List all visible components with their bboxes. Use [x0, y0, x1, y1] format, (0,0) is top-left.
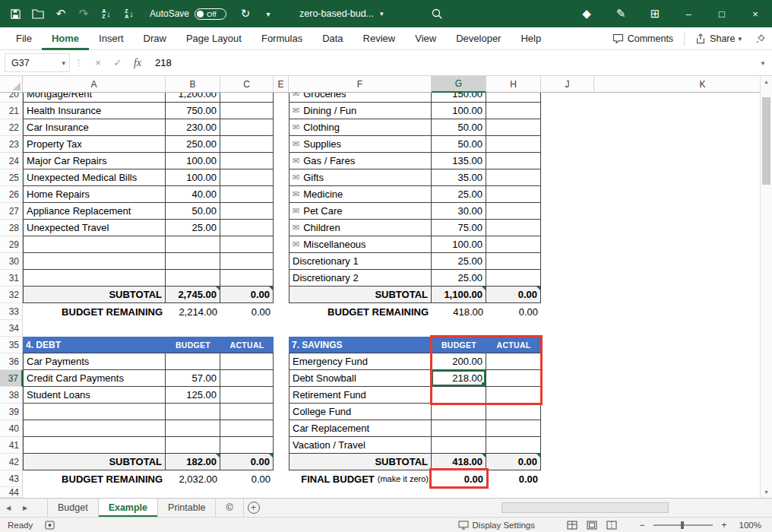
ribbon-tab-insert[interactable]: Insert	[89, 27, 134, 50]
row-header-35[interactable]: 35	[0, 337, 23, 353]
cell-A23[interactable]: Property Tax	[23, 136, 166, 153]
row-header-37[interactable]: 37	[0, 370, 23, 387]
cell-K31[interactable]	[594, 270, 760, 287]
cell-F32[interactable]: SUBTOTAL	[289, 287, 432, 303]
cell-H23[interactable]	[486, 136, 541, 153]
cell-F42[interactable]: SUBTOTAL	[289, 454, 432, 470]
row-header-44[interactable]: 44	[0, 487, 23, 498]
horizontal-scrollbar-thumb[interactable]	[501, 502, 669, 513]
cell-C42[interactable]: 0.00	[220, 454, 274, 470]
cell-J35[interactable]	[541, 337, 594, 353]
cell-K27[interactable]	[594, 203, 760, 220]
row-header-26[interactable]: 26	[0, 186, 23, 203]
cell-B34[interactable]	[166, 320, 220, 337]
cell-E39[interactable]	[274, 404, 289, 420]
zoom-slider[interactable]	[653, 524, 713, 526]
cell-A44[interactable]	[23, 487, 166, 498]
quick-access-chevron-icon[interactable]: ▾	[259, 0, 277, 27]
cell-F30[interactable]: Discretionary 1	[289, 253, 432, 270]
share-button[interactable]: Share ▾	[688, 29, 749, 49]
sort-ascending-icon[interactable]: AZ ↓	[97, 0, 115, 27]
sheet-tab-example[interactable]: Example	[99, 499, 158, 517]
cell-A43[interactable]: BUDGET REMAINING	[23, 470, 166, 487]
cell-J23[interactable]	[541, 136, 594, 153]
cell-H29[interactable]	[486, 236, 541, 253]
minimize-button[interactable]: –	[672, 0, 705, 27]
sheet-nav-left-icon[interactable]: ◀	[0, 499, 17, 517]
cell-C25[interactable]	[220, 169, 274, 186]
cell-G38[interactable]	[432, 387, 486, 404]
cell-C27[interactable]	[220, 203, 274, 220]
macro-record-icon[interactable]	[45, 521, 55, 530]
cell-A40[interactable]	[23, 420, 166, 437]
cell-G39[interactable]	[432, 404, 486, 420]
cell-G36[interactable]: 200.00	[432, 353, 486, 370]
cell-K40[interactable]	[594, 420, 760, 437]
cell-F28[interactable]: ✉Children	[289, 220, 432, 236]
cell-E23[interactable]	[274, 136, 289, 153]
cell-J21[interactable]	[541, 103, 594, 119]
cell-E34[interactable]	[274, 320, 289, 337]
cell-B29[interactable]	[166, 236, 220, 253]
cell-H37[interactable]	[486, 370, 541, 387]
cell-A35[interactable]: 4. DEBT	[23, 337, 166, 353]
column-header-H[interactable]: H	[486, 76, 541, 93]
cell-K29[interactable]	[594, 236, 760, 253]
cell-E35[interactable]	[274, 337, 289, 353]
ribbon-tab-view[interactable]: View	[405, 27, 446, 50]
drag-handle[interactable]: ⋮	[74, 58, 84, 68]
formula-input[interactable]: 218	[147, 57, 754, 68]
formula-bar-expand-icon[interactable]: ▾	[754, 59, 772, 67]
cell-F25[interactable]: ✉Gifts	[289, 169, 432, 186]
cell-K23[interactable]	[594, 136, 760, 153]
cell-C36[interactable]	[220, 353, 274, 370]
cell-E38[interactable]	[274, 387, 289, 404]
undo-icon[interactable]: ↶	[52, 0, 70, 27]
row-header-32[interactable]: 32	[0, 287, 23, 303]
cell-G30[interactable]: 25.00	[432, 253, 486, 270]
cell-J44[interactable]	[541, 487, 594, 498]
cell-A31[interactable]	[23, 270, 166, 287]
cell-H24[interactable]	[486, 153, 541, 169]
cell-F23[interactable]: ✉Supplies	[289, 136, 432, 153]
redo-icon[interactable]: ↷	[74, 0, 93, 27]
cell-G29[interactable]: 100.00	[432, 236, 486, 253]
column-header-C[interactable]: C	[220, 76, 274, 93]
cell-K26[interactable]	[594, 186, 760, 203]
cell-H36[interactable]	[486, 353, 541, 370]
cell-G21[interactable]: 100.00	[432, 103, 486, 119]
cell-J31[interactable]	[541, 270, 594, 287]
cell-B42[interactable]: 182.00	[166, 454, 220, 470]
cell-E36[interactable]	[274, 353, 289, 370]
cell-J24[interactable]	[541, 153, 594, 169]
cell-F41[interactable]: Vacation / Travel	[289, 437, 432, 454]
cell-J32[interactable]	[541, 287, 594, 303]
new-sheet-button[interactable]: +	[244, 499, 264, 517]
row-header-22[interactable]: 22	[0, 119, 23, 136]
cell-H40[interactable]	[486, 420, 541, 437]
cell-G24[interactable]: 135.00	[432, 153, 486, 169]
cell-J41[interactable]	[541, 437, 594, 454]
cell-A20[interactable]: Mortgage/Rent	[23, 93, 166, 103]
autosave-toggle[interactable]: AutoSave Off	[150, 8, 226, 20]
cell-J27[interactable]	[541, 203, 594, 220]
cell-J30[interactable]	[541, 253, 594, 270]
cell-C20[interactable]	[220, 93, 274, 103]
open-folder-icon[interactable]	[29, 0, 47, 27]
row-header-20[interactable]: 20	[0, 93, 23, 103]
cell-F35[interactable]: 7. SAVINGS	[289, 337, 432, 353]
cell-B40[interactable]	[166, 420, 220, 437]
cell-F38[interactable]: Retirement Fund	[289, 387, 432, 404]
ribbon-tab-developer[interactable]: Developer	[446, 27, 511, 50]
cell-K32[interactable]	[594, 287, 760, 303]
cell-A24[interactable]: Major Car Repairs	[23, 153, 166, 169]
row-header-29[interactable]: 29	[0, 236, 23, 253]
refresh-icon[interactable]: ↻	[236, 0, 255, 27]
cell-A26[interactable]: Home Repairs	[23, 186, 166, 203]
cell-A34[interactable]	[23, 320, 166, 337]
cell-F27[interactable]: ✉Pet Care	[289, 203, 432, 220]
cell-A33[interactable]: BUDGET REMAINING	[23, 303, 166, 320]
row-header-24[interactable]: 24	[0, 153, 23, 169]
cell-G27[interactable]: 30.00	[432, 203, 486, 220]
cell-C38[interactable]	[220, 387, 274, 404]
